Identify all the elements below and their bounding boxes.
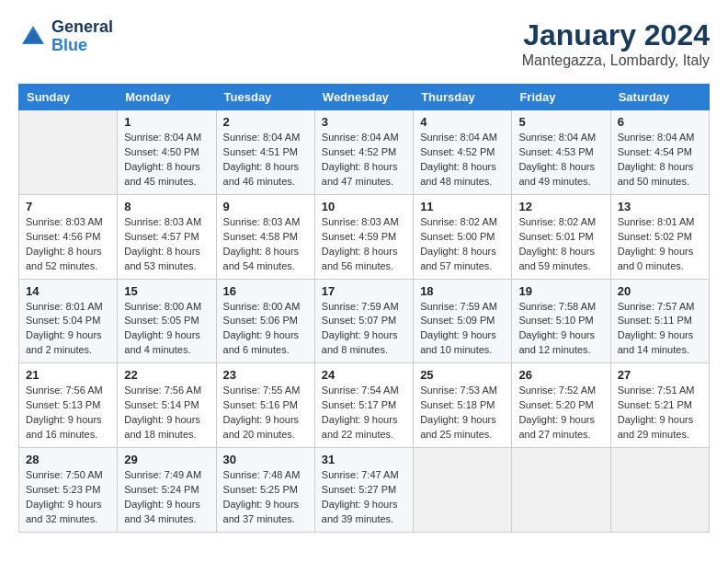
calendar-cell: 6Sunrise: 8:04 AM Sunset: 4:54 PM Daylig… bbox=[610, 110, 709, 195]
day-number: 18 bbox=[420, 284, 505, 298]
day-number: 16 bbox=[223, 284, 308, 298]
calendar-cell: 2Sunrise: 8:04 AM Sunset: 4:51 PM Daylig… bbox=[216, 110, 314, 195]
day-info: Sunrise: 7:54 AM Sunset: 5:17 PM Dayligh… bbox=[322, 384, 406, 442]
day-number: 31 bbox=[322, 453, 406, 466]
day-number: 26 bbox=[518, 368, 603, 382]
day-number: 2 bbox=[223, 115, 308, 129]
column-header-wednesday: Wednesday bbox=[314, 85, 413, 110]
day-number: 10 bbox=[322, 200, 406, 213]
column-header-saturday: Saturday bbox=[610, 85, 709, 110]
day-info: Sunrise: 7:58 AM Sunset: 5:10 PM Dayligh… bbox=[518, 300, 603, 359]
column-header-friday: Friday bbox=[512, 85, 610, 110]
day-info: Sunrise: 8:03 AM Sunset: 4:59 PM Dayligh… bbox=[322, 215, 406, 274]
calendar-cell bbox=[414, 448, 512, 533]
day-number: 27 bbox=[618, 368, 702, 382]
calendar-cell: 23Sunrise: 7:55 AM Sunset: 5:16 PM Dayli… bbox=[216, 363, 314, 448]
column-header-sunday: Sunday bbox=[19, 85, 118, 110]
calendar-cell: 4Sunrise: 8:04 AM Sunset: 4:52 PM Daylig… bbox=[414, 110, 512, 195]
calendar-cell bbox=[610, 448, 709, 533]
day-number: 17 bbox=[322, 284, 406, 298]
calendar-cell: 26Sunrise: 7:52 AM Sunset: 5:20 PM Dayli… bbox=[512, 363, 610, 448]
calendar-cell: 29Sunrise: 7:49 AM Sunset: 5:24 PM Dayli… bbox=[118, 448, 216, 533]
calendar-cell: 17Sunrise: 7:59 AM Sunset: 5:07 PM Dayli… bbox=[314, 279, 413, 363]
day-number: 25 bbox=[420, 368, 505, 382]
day-number: 7 bbox=[26, 200, 110, 213]
day-number: 6 bbox=[618, 115, 702, 129]
calendar-cell: 5Sunrise: 8:04 AM Sunset: 4:53 PM Daylig… bbox=[512, 110, 610, 195]
calendar-cell: 18Sunrise: 7:59 AM Sunset: 5:09 PM Dayli… bbox=[414, 279, 512, 363]
subtitle: Mantegazza, Lombardy, Italy bbox=[522, 52, 710, 69]
day-number: 9 bbox=[223, 200, 308, 213]
calendar-cell: 7Sunrise: 8:03 AM Sunset: 4:56 PM Daylig… bbox=[19, 194, 118, 279]
day-info: Sunrise: 8:04 AM Sunset: 4:52 PM Dayligh… bbox=[322, 131, 406, 190]
calendar-cell: 30Sunrise: 7:48 AM Sunset: 5:25 PM Dayli… bbox=[216, 448, 314, 533]
day-number: 1 bbox=[124, 115, 209, 129]
week-row-2: 7Sunrise: 8:03 AM Sunset: 4:56 PM Daylig… bbox=[19, 194, 710, 279]
day-info: Sunrise: 8:02 AM Sunset: 5:01 PM Dayligh… bbox=[518, 215, 603, 274]
day-number: 15 bbox=[124, 284, 209, 298]
calendar-cell: 28Sunrise: 7:50 AM Sunset: 5:23 PM Dayli… bbox=[19, 448, 118, 533]
day-info: Sunrise: 7:55 AM Sunset: 5:16 PM Dayligh… bbox=[223, 384, 308, 442]
day-info: Sunrise: 8:04 AM Sunset: 4:52 PM Dayligh… bbox=[420, 131, 505, 190]
day-number: 20 bbox=[618, 284, 702, 298]
main-title: January 2024 bbox=[522, 18, 710, 52]
calendar-cell: 19Sunrise: 7:58 AM Sunset: 5:10 PM Dayli… bbox=[512, 279, 610, 363]
calendar-cell: 25Sunrise: 7:53 AM Sunset: 5:18 PM Dayli… bbox=[414, 363, 512, 448]
week-row-5: 28Sunrise: 7:50 AM Sunset: 5:23 PM Dayli… bbox=[19, 448, 710, 533]
calendar-cell: 13Sunrise: 8:01 AM Sunset: 5:02 PM Dayli… bbox=[610, 194, 709, 279]
day-info: Sunrise: 7:59 AM Sunset: 5:07 PM Dayligh… bbox=[322, 300, 406, 359]
day-number: 14 bbox=[26, 284, 110, 298]
logo-text: General Blue bbox=[51, 18, 113, 55]
day-number: 12 bbox=[518, 200, 603, 213]
page-header: General Blue January 2024 Mantegazza, Lo… bbox=[18, 18, 710, 69]
day-info: Sunrise: 8:00 AM Sunset: 5:06 PM Dayligh… bbox=[223, 300, 308, 359]
day-number: 13 bbox=[618, 200, 702, 213]
day-info: Sunrise: 7:56 AM Sunset: 5:14 PM Dayligh… bbox=[124, 384, 209, 442]
day-info: Sunrise: 8:03 AM Sunset: 4:56 PM Dayligh… bbox=[26, 215, 110, 274]
calendar-body: 1Sunrise: 8:04 AM Sunset: 4:50 PM Daylig… bbox=[19, 110, 710, 533]
day-number: 22 bbox=[124, 368, 209, 382]
calendar-cell: 14Sunrise: 8:01 AM Sunset: 5:04 PM Dayli… bbox=[19, 279, 118, 363]
day-info: Sunrise: 8:01 AM Sunset: 5:02 PM Dayligh… bbox=[618, 215, 702, 274]
calendar-cell: 3Sunrise: 8:04 AM Sunset: 4:52 PM Daylig… bbox=[314, 110, 413, 195]
day-number: 24 bbox=[322, 368, 406, 382]
week-row-4: 21Sunrise: 7:56 AM Sunset: 5:13 PM Dayli… bbox=[19, 363, 710, 448]
day-info: Sunrise: 7:51 AM Sunset: 5:21 PM Dayligh… bbox=[618, 384, 702, 442]
day-info: Sunrise: 8:02 AM Sunset: 5:00 PM Dayligh… bbox=[420, 215, 505, 274]
column-header-tuesday: Tuesday bbox=[216, 85, 314, 110]
day-info: Sunrise: 8:03 AM Sunset: 4:57 PM Dayligh… bbox=[124, 215, 209, 274]
calendar-cell: 15Sunrise: 8:00 AM Sunset: 5:05 PM Dayli… bbox=[118, 279, 216, 363]
calendar-header: SundayMondayTuesdayWednesdayThursdayFrid… bbox=[19, 85, 710, 110]
calendar-cell: 31Sunrise: 7:47 AM Sunset: 5:27 PM Dayli… bbox=[314, 448, 413, 533]
day-info: Sunrise: 7:57 AM Sunset: 5:11 PM Dayligh… bbox=[618, 300, 702, 359]
calendar-table: SundayMondayTuesdayWednesdayThursdayFrid… bbox=[18, 84, 710, 533]
day-info: Sunrise: 7:49 AM Sunset: 5:24 PM Dayligh… bbox=[124, 468, 209, 527]
calendar-cell: 20Sunrise: 7:57 AM Sunset: 5:11 PM Dayli… bbox=[610, 279, 709, 363]
day-info: Sunrise: 7:56 AM Sunset: 5:13 PM Dayligh… bbox=[26, 384, 110, 442]
calendar-cell: 24Sunrise: 7:54 AM Sunset: 5:17 PM Dayli… bbox=[314, 363, 413, 448]
day-number: 19 bbox=[518, 284, 603, 298]
day-info: Sunrise: 7:47 AM Sunset: 5:27 PM Dayligh… bbox=[322, 468, 406, 527]
calendar-cell: 11Sunrise: 8:02 AM Sunset: 5:00 PM Dayli… bbox=[414, 194, 512, 279]
day-info: Sunrise: 8:04 AM Sunset: 4:50 PM Dayligh… bbox=[124, 131, 209, 190]
calendar-cell: 9Sunrise: 8:03 AM Sunset: 4:58 PM Daylig… bbox=[216, 194, 314, 279]
calendar-cell: 1Sunrise: 8:04 AM Sunset: 4:50 PM Daylig… bbox=[118, 110, 216, 195]
day-number: 28 bbox=[26, 453, 110, 466]
day-number: 30 bbox=[223, 453, 308, 466]
title-area: January 2024 Mantegazza, Lombardy, Italy bbox=[522, 18, 710, 69]
column-header-thursday: Thursday bbox=[414, 85, 512, 110]
day-info: Sunrise: 8:04 AM Sunset: 4:54 PM Dayligh… bbox=[618, 131, 702, 190]
day-number: 3 bbox=[322, 115, 406, 129]
week-row-1: 1Sunrise: 8:04 AM Sunset: 4:50 PM Daylig… bbox=[19, 110, 710, 195]
day-info: Sunrise: 7:59 AM Sunset: 5:09 PM Dayligh… bbox=[420, 300, 505, 359]
header-row: SundayMondayTuesdayWednesdayThursdayFrid… bbox=[19, 85, 710, 110]
calendar-cell: 12Sunrise: 8:02 AM Sunset: 5:01 PM Dayli… bbox=[512, 194, 610, 279]
calendar-cell bbox=[512, 448, 610, 533]
logo-icon bbox=[18, 22, 48, 52]
day-info: Sunrise: 8:04 AM Sunset: 4:51 PM Dayligh… bbox=[223, 131, 308, 190]
day-number: 21 bbox=[26, 368, 110, 382]
day-info: Sunrise: 7:50 AM Sunset: 5:23 PM Dayligh… bbox=[26, 468, 110, 527]
day-info: Sunrise: 7:53 AM Sunset: 5:18 PM Dayligh… bbox=[420, 384, 505, 442]
day-number: 11 bbox=[420, 200, 505, 213]
calendar-cell: 21Sunrise: 7:56 AM Sunset: 5:13 PM Dayli… bbox=[19, 363, 118, 448]
